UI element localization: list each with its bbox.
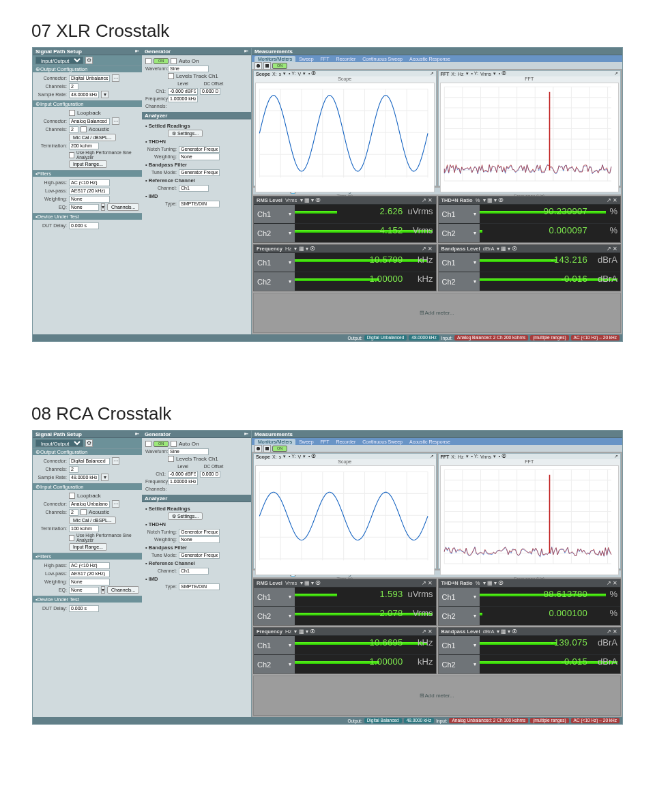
record-icon[interactable]: ⏺: [254, 445, 262, 452]
connector-config-icon[interactable]: ⋯: [112, 457, 119, 465]
waveform[interactable]: [168, 66, 209, 72]
dropdown-icon[interactable]: ▾: [101, 91, 108, 98]
meter-controls[interactable]: ↗ ✕: [422, 580, 433, 586]
dut-delay[interactable]: [69, 222, 99, 229]
collapse-icon[interactable]: ⇤: [135, 48, 139, 54]
gen-frequency[interactable]: [168, 96, 198, 102]
meter-ch2-label[interactable]: Ch2▾: [254, 272, 295, 291]
ch1-dc[interactable]: [200, 471, 220, 478]
meter-ch2-label[interactable]: Ch2▾: [254, 224, 295, 242]
in-channels[interactable]: [69, 509, 78, 516]
gear-icon[interactable]: ⚙: [85, 57, 93, 64]
meter-ch1-label[interactable]: Ch1▾: [254, 253, 295, 272]
out-connector[interactable]: [69, 458, 110, 465]
ch1-level[interactable]: [168, 471, 198, 478]
meter-ch1-label[interactable]: Ch1▾: [254, 588, 295, 606]
weighting[interactable]: [69, 579, 110, 585]
tab-fft[interactable]: FFT: [317, 439, 333, 445]
meter-controls[interactable]: ↗ ✕: [422, 197, 433, 203]
bpf-tune[interactable]: [179, 552, 220, 559]
ch1-level[interactable]: [168, 88, 198, 95]
tab-sweep[interactable]: Sweep: [295, 56, 317, 62]
expand-icon[interactable]: ↗: [614, 71, 618, 76]
meter-controls[interactable]: ↗ ✕: [607, 197, 617, 203]
tab-recorder[interactable]: Recorder: [332, 56, 359, 62]
thd-weighting[interactable]: [179, 154, 220, 160]
ref-channel[interactable]: [179, 568, 209, 575]
meter-ch2-label[interactable]: Ch2▾: [254, 655, 295, 673]
imd-type[interactable]: [179, 583, 220, 590]
meter-ch2-label[interactable]: Ch2▾: [439, 655, 480, 673]
in-connector[interactable]: [69, 118, 110, 125]
meter-ch1-label[interactable]: Ch1▾: [439, 588, 480, 606]
gen-frequency[interactable]: [168, 478, 198, 485]
bpf-tune[interactable]: [179, 169, 220, 176]
add-meter-zone[interactable]: ⊞ Add meter...: [253, 293, 621, 333]
loopback-checkbox[interactable]: [69, 110, 75, 116]
expand-icon[interactable]: ↗: [430, 454, 434, 459]
out-connector[interactable]: [69, 75, 110, 82]
channels-button[interactable]: Channels...: [107, 586, 139, 594]
eq[interactable]: [69, 587, 99, 594]
lowpass[interactable]: [69, 188, 110, 194]
io-dropdown[interactable]: Input/Output: [35, 439, 83, 447]
tab-acoustic[interactable]: Acoustic Response: [406, 439, 454, 445]
meter-ch2-label[interactable]: Ch2▾: [439, 607, 480, 625]
scope-plot[interactable]: [255, 465, 435, 575]
collapse-icon[interactable]: ⇤: [135, 431, 139, 437]
eq[interactable]: [69, 204, 99, 211]
loopback-checkbox[interactable]: [69, 493, 75, 499]
meter-controls[interactable]: ↗ ✕: [607, 628, 617, 635]
meter-ch1-label[interactable]: Ch1▾: [439, 636, 480, 654]
weighting[interactable]: [69, 196, 110, 203]
termination[interactable]: [69, 143, 99, 149]
connector-config-icon[interactable]: ⋯: [112, 500, 119, 508]
collapse-icon[interactable]: ⇤: [244, 48, 248, 54]
meas-on-toggle[interactable]: ON: [272, 446, 287, 452]
expand-icon[interactable]: ↗: [430, 71, 434, 76]
thd-weighting[interactable]: [179, 536, 220, 543]
record-icon[interactable]: ⏺: [254, 62, 262, 70]
stop-icon[interactable]: ⏹: [263, 445, 271, 452]
acoustic-checkbox[interactable]: [81, 126, 87, 132]
filters-header[interactable]: • Filters: [33, 553, 142, 560]
highpass[interactable]: [69, 179, 110, 186]
acoustic-checkbox[interactable]: [81, 509, 87, 515]
sample-rate[interactable]: [69, 474, 99, 481]
meter-ch1-label[interactable]: Ch1▾: [254, 205, 295, 223]
in-channels[interactable]: [69, 126, 78, 133]
sample-rate[interactable]: [69, 91, 99, 98]
fft-plot[interactable]: [440, 83, 620, 192]
settings-button[interactable]: ⚙ Settings...: [168, 130, 203, 137]
notch-tuning[interactable]: [179, 146, 220, 153]
input-range-button[interactable]: Input Range...: [69, 543, 107, 551]
tab-sweep[interactable]: Sweep: [295, 439, 317, 445]
ch1-dc[interactable]: [200, 88, 220, 95]
output-config-header[interactable]: ⊕ Output Configuration: [33, 448, 142, 455]
input-config-header[interactable]: ⊕ Input Configuration: [33, 483, 142, 490]
tab-contsweep[interactable]: Continuous Sweep: [359, 56, 406, 62]
tab-recorder[interactable]: Recorder: [332, 439, 359, 445]
expand-icon[interactable]: ↗: [614, 454, 618, 459]
dut-header[interactable]: • Device Under Test: [33, 213, 142, 220]
mic-cal-button[interactable]: Mic Cal / dBSPL...: [69, 517, 116, 524]
meas-on-toggle[interactable]: ON: [272, 63, 287, 69]
notch-tuning[interactable]: [179, 529, 220, 536]
dropdown-icon[interactable]: ▾: [101, 474, 108, 481]
meter-ch1-label[interactable]: Ch1▾: [439, 253, 480, 272]
connector-config-icon[interactable]: ⋯: [112, 117, 119, 125]
meter-controls[interactable]: ↗ ✕: [422, 628, 433, 635]
meter-ch2-label[interactable]: Ch2▾: [439, 224, 480, 242]
connector-config-icon[interactable]: ⋯: [112, 74, 119, 82]
tab-contsweep[interactable]: Continuous Sweep: [359, 439, 406, 445]
collapse-icon[interactable]: ⇤: [244, 431, 248, 437]
stop-icon[interactable]: ⏹: [263, 62, 271, 70]
waveform[interactable]: [168, 448, 209, 455]
scope-plot[interactable]: [255, 83, 435, 192]
meter-ch2-label[interactable]: Ch2▾: [439, 272, 480, 291]
dut-delay[interactable]: [69, 605, 99, 612]
channels-button[interactable]: Channels...: [107, 203, 139, 211]
tab-acoustic[interactable]: Acoustic Response: [406, 56, 454, 62]
meter-ch1-label[interactable]: Ch1▾: [254, 636, 295, 654]
generator-on-toggle[interactable]: ON: [154, 58, 169, 64]
